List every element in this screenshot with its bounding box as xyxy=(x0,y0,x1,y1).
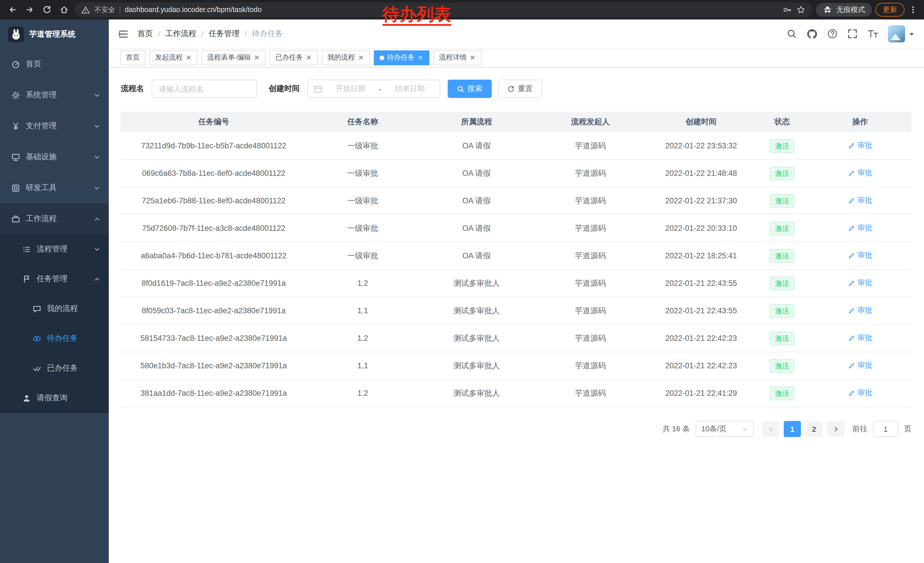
tab-close-icon[interactable] xyxy=(254,54,260,61)
forward-button[interactable] xyxy=(23,3,37,17)
approve-link[interactable]: 审批 xyxy=(848,306,872,316)
approve-link-label: 审批 xyxy=(857,168,872,179)
sidebar-item-payment[interactable]: 支付管理 xyxy=(0,111,109,141)
tab-close-icon[interactable] xyxy=(470,54,476,61)
approve-link[interactable]: 审批 xyxy=(848,195,872,206)
approve-link[interactable]: 审批 xyxy=(848,168,872,179)
github-icon[interactable] xyxy=(807,29,818,39)
sidebar-collapse-icon[interactable] xyxy=(118,29,129,39)
help-icon[interactable] xyxy=(827,29,837,39)
workflow-submenu: 流程管理 任务管理 我的流程 待办任务 xyxy=(0,234,109,413)
cell-created: 2022-01-21 22:43:55 xyxy=(646,306,756,315)
tab[interactable]: 我的流程 xyxy=(322,50,370,65)
approve-link-label: 审批 xyxy=(857,388,872,398)
page-button-1[interactable]: 1 xyxy=(784,421,801,437)
reset-button[interactable]: 重置 xyxy=(498,80,542,98)
fullscreen-icon[interactable] xyxy=(847,29,858,39)
table-row[interactable]: 8f0d1619-7ac8-11ec-a9e2-a2380e71991a 1.2… xyxy=(121,270,911,297)
header-actions xyxy=(787,25,915,42)
search-button[interactable]: 搜索 xyxy=(447,80,492,98)
chevron-right-icon xyxy=(833,426,839,432)
approve-link[interactable]: 审批 xyxy=(848,388,872,398)
sidebar-item-system[interactable]: 系统管理 xyxy=(0,80,109,111)
sidebar-item-task-mgmt[interactable]: 任务管理 xyxy=(0,264,109,294)
cell-action: 审批 xyxy=(808,388,911,399)
user-menu[interactable] xyxy=(888,25,915,42)
table-row[interactable]: 58154733-7ac8-11ec-a9e2-a2380e71991a 1.2… xyxy=(121,325,911,352)
goto-page-input[interactable] xyxy=(873,421,898,437)
cell-action: 审批 xyxy=(808,251,911,261)
breadcrumb-item[interactable]: 首页 xyxy=(137,29,153,39)
sidebar-item-leave-query[interactable]: 请假查询 xyxy=(0,383,109,413)
tab-close-icon[interactable] xyxy=(306,54,312,61)
tab-close-icon[interactable] xyxy=(186,54,192,61)
cell-initiator: 芋道源码 xyxy=(534,360,646,371)
sidebar-item-todo-tasks[interactable]: 待办任务 xyxy=(0,324,109,353)
sidebar-item-home[interactable]: 首页 xyxy=(0,49,109,80)
chevron-up-icon xyxy=(94,276,100,282)
approve-link-label: 审批 xyxy=(857,141,872,151)
sidebar-item-done-tasks[interactable]: 已办任务 xyxy=(0,353,109,383)
cell-created: 2022-01-22 18:25:41 xyxy=(646,251,756,260)
table-row[interactable]: 725a1eb6-7b88-11ec-8ef0-acde48001122 一级审… xyxy=(121,187,911,215)
update-button[interactable]: 更新 xyxy=(875,3,904,17)
approve-link[interactable]: 审批 xyxy=(848,360,872,371)
approve-link-label: 审批 xyxy=(857,251,872,261)
breadcrumb-separator: / xyxy=(201,30,204,38)
dashboard-icon xyxy=(12,60,20,68)
approve-link[interactable]: 审批 xyxy=(848,333,872,343)
annotation-overlay: 待办列表 xyxy=(382,5,451,26)
table-row[interactable]: 73211d9d-7b9b-11ec-b5b7-acde48001122 一级审… xyxy=(121,132,911,160)
cell-task-name: 一级审批 xyxy=(307,141,419,151)
table-row[interactable]: 75d72608-7b7f-11ec-a3c8-acde48001122 一级审… xyxy=(121,215,911,242)
date-range-picker[interactable]: 开始日期 - 结束日期 xyxy=(307,80,440,98)
omnibox-divider xyxy=(120,6,120,14)
tab[interactable]: 待办任务 xyxy=(374,50,429,65)
approve-link[interactable]: 审批 xyxy=(848,251,872,261)
tab[interactable]: 首页 xyxy=(120,50,146,65)
password-key-icon[interactable] xyxy=(783,5,792,14)
home-button[interactable] xyxy=(57,3,71,17)
reload-button[interactable] xyxy=(40,3,54,17)
page-size-select[interactable]: 10条/页 xyxy=(696,421,754,437)
double-check-icon xyxy=(33,364,41,372)
search-icon[interactable] xyxy=(787,29,797,39)
approve-link[interactable]: 审批 xyxy=(848,278,872,288)
tab-close-icon[interactable] xyxy=(358,54,364,61)
tab[interactable]: 流程表单-编辑 xyxy=(201,50,266,65)
sidebar-item-infrastructure[interactable]: 基础设施 xyxy=(0,141,109,173)
sidebar-item-my-process[interactable]: 我的流程 xyxy=(0,294,109,324)
browser-menu-icon[interactable] xyxy=(908,5,918,14)
table-row[interactable]: 8f059c03-7ac8-11ec-a9e2-a2380e71991a 1.1… xyxy=(121,297,911,325)
status-badge: 激活 xyxy=(770,139,795,153)
prev-page-button[interactable] xyxy=(762,421,779,437)
cell-task-id: 73211d9d-7b9b-11ec-b5b7-acde48001122 xyxy=(121,141,307,150)
table-row[interactable]: 069c6a63-7b8a-11ec-8ef0-acde48001122 一级审… xyxy=(121,160,911,187)
edit-pen-icon xyxy=(848,197,855,204)
sidebar-item-workflow[interactable]: 工作流程 xyxy=(0,203,109,234)
tab-close-icon[interactable] xyxy=(417,54,424,61)
approve-link[interactable]: 审批 xyxy=(848,141,872,151)
table-row[interactable]: 580e1b3d-7ac8-11ec-a9e2-a2380e71991a 1.1… xyxy=(121,352,911,380)
breadcrumb-item[interactable]: 工作流程 xyxy=(165,29,196,39)
tab[interactable]: 已办任务 xyxy=(270,50,318,65)
bookmark-star-icon[interactable] xyxy=(796,5,806,14)
page-button-2[interactable]: 2 xyxy=(806,421,823,437)
sidebar-item-process-mgmt[interactable]: 流程管理 xyxy=(0,234,109,264)
table-row[interactable]: 381aa1dd-7ac8-11ec-a9e2-a2380e71991a 1.2… xyxy=(121,380,911,407)
breadcrumb-item[interactable]: 任务管理 xyxy=(208,29,240,39)
tab[interactable]: 流程详情 xyxy=(434,50,482,65)
process-name-input[interactable] xyxy=(152,80,257,98)
cell-action: 审批 xyxy=(808,278,911,289)
table-row[interactable]: a6aba0a4-7b6d-11ec-b781-acde48001122 一级审… xyxy=(121,242,911,270)
sidebar-item-devtools[interactable]: 研发工具 xyxy=(0,173,109,203)
approve-link[interactable]: 审批 xyxy=(848,223,872,233)
breadcrumb: 首页 / 工作流程 / 任务管理 / 待办任务 xyxy=(137,29,283,39)
next-page-button[interactable] xyxy=(827,421,844,437)
font-size-icon[interactable] xyxy=(867,29,878,39)
tab[interactable]: 发起流程 xyxy=(149,50,198,65)
sidebar-menu: 首页 系统管理 支付管理 基础设施 研发工具 xyxy=(0,49,109,413)
back-button[interactable] xyxy=(6,3,20,17)
cell-initiator: 芋道源码 xyxy=(534,251,646,261)
cell-task-id: 381aa1dd-7ac8-11ec-a9e2-a2380e71991a xyxy=(121,389,307,398)
